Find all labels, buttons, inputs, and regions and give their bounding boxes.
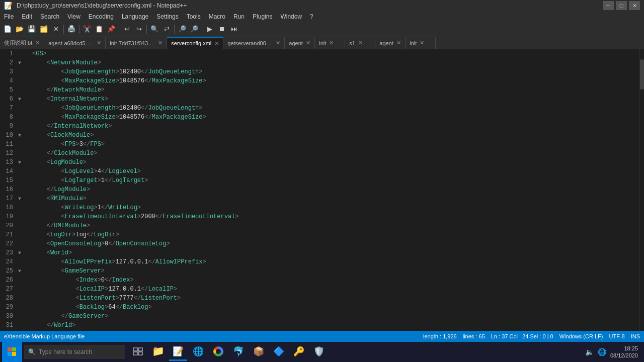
tab-close-icon[interactable]: ✕ — [396, 40, 401, 46]
fold-marker — [16, 49, 23, 58]
cut-button[interactable]: ✂️ — [82, 24, 93, 35]
tab-close-icon[interactable]: ✕ — [306, 40, 310, 46]
tab-shuoming[interactable]: 使用说明 bt ✕ — [0, 37, 44, 49]
line-number: 24 — [0, 257, 16, 266]
fold-marker — [16, 167, 23, 176]
browser-icon[interactable]: 🌐 — [189, 343, 207, 361]
paste-button[interactable]: 📌 — [106, 24, 117, 35]
menu-file[interactable]: File — [0, 11, 18, 22]
tab-close-icon[interactable]: ✕ — [420, 40, 424, 46]
menu-encoding[interactable]: Encoding — [85, 11, 118, 22]
tray-clock[interactable]: 18:25 08/12/2020 — [610, 345, 638, 359]
tab-init[interactable]: init-7dd731f043e... ✕ — [106, 37, 167, 49]
close-button2[interactable]: ✕ — [50, 24, 61, 35]
line-number: 17 — [0, 194, 16, 203]
code-editor[interactable]: <GS> <NetworkModule> <JobQueueLength>102… — [30, 49, 639, 331]
line-number: 15 — [0, 176, 16, 185]
menu-help[interactable]: ? — [306, 11, 317, 22]
file-explorer-icon[interactable]: 📁 — [149, 343, 167, 361]
menu-search[interactable]: Search — [36, 11, 63, 22]
taskview-icon — [133, 347, 143, 355]
tab-serverconfig[interactable]: serverconfig.xml ✕ — [167, 37, 223, 49]
scrollbar-thumb[interactable] — [640, 59, 644, 89]
tab-agent2[interactable]: agent ✕ — [285, 37, 315, 49]
code-line: </NetworkModule> — [30, 85, 639, 95]
line-number: 21 — [0, 230, 16, 239]
zoom-out-button[interactable]: 🔎 — [189, 24, 200, 35]
menu-window[interactable]: Window — [276, 11, 306, 22]
fold-marker — [16, 212, 23, 221]
gutter-row: 1 — [0, 49, 30, 58]
copy-button[interactable]: 📋 — [94, 24, 105, 35]
taskbar-search-box[interactable]: 🔍 Type here to search — [24, 345, 125, 359]
close-button[interactable]: ✕ — [629, 1, 640, 10]
tab-getserver[interactable]: getserverand003.php ✕ — [223, 37, 285, 49]
tab-agent3[interactable]: agent ✕ — [375, 37, 406, 49]
tab-close-icon[interactable]: ✕ — [276, 40, 280, 46]
minimize-button[interactable]: ─ — [603, 1, 614, 10]
line-number: 6 — [0, 95, 16, 104]
tab-close-icon[interactable]: ✕ — [35, 40, 40, 46]
menu-view[interactable]: View — [63, 11, 85, 22]
taskbar-app-5[interactable]: 🐬 — [229, 343, 248, 361]
taskbar: 🔍 Type here to search 📁 📝 🌐 🐬 📦 🔷 🔑 🛡️ 🔈… — [0, 342, 644, 362]
menu-macro[interactable]: Macro — [205, 11, 229, 22]
replace-button[interactable]: ⇄ — [161, 24, 172, 35]
new-button[interactable]: 📄 — [2, 24, 13, 35]
fold-marker — [16, 176, 23, 185]
menu-settings[interactable]: Settings — [152, 11, 182, 22]
taskbar-app-7[interactable]: 🔷 — [270, 343, 288, 361]
save-button[interactable]: 💾 — [26, 24, 37, 35]
vertical-scrollbar[interactable] — [639, 49, 644, 331]
menu-edit[interactable]: Edit — [18, 11, 36, 22]
taskbar-app-8[interactable]: 🔑 — [290, 343, 308, 361]
fold-marker[interactable]: ▼ — [16, 266, 23, 276]
maximize-button[interactable]: □ — [616, 1, 627, 10]
undo-button[interactable]: ↩ — [121, 24, 132, 35]
gutter-row: 14 — [0, 167, 30, 176]
chrome-icon[interactable] — [209, 343, 227, 361]
fold-marker[interactable]: ▼ — [16, 194, 23, 203]
tab-agent1[interactable]: agent-a68dcd5d9e... ✕ — [44, 37, 106, 49]
gutter-row: 22 — [0, 239, 30, 248]
tab-close-icon[interactable]: ✕ — [214, 40, 219, 47]
fold-marker[interactable]: ▼ — [16, 158, 23, 167]
open-button[interactable]: 📂 — [14, 24, 25, 35]
notepad-icon[interactable]: 📝 — [169, 343, 187, 361]
start-button[interactable] — [2, 342, 22, 362]
gutter: 12▼3456▼78910▼111213▼14151617▼1819202122… — [0, 49, 30, 331]
redo-button[interactable]: ↪ — [133, 24, 144, 35]
menu-language[interactable]: Language — [118, 11, 152, 22]
run-button[interactable]: ▶ — [204, 24, 215, 35]
tab-close-icon[interactable]: ✕ — [158, 40, 163, 46]
taskbar-app-6[interactable]: 📦 — [250, 343, 268, 361]
tab-close-icon[interactable]: ✕ — [358, 40, 363, 46]
menu-plugins[interactable]: Plugins — [249, 11, 276, 22]
save-all-button[interactable]: 🗂️ — [38, 24, 49, 35]
editor-area[interactable]: 12▼3456▼78910▼111213▼14151617▼1819202122… — [0, 49, 644, 331]
tab-label: getserverand003.php — [227, 40, 273, 46]
fold-marker[interactable]: ▼ — [16, 131, 23, 140]
find-button[interactable]: 🔍 — [149, 24, 160, 35]
tab-close-icon[interactable]: ✕ — [97, 40, 101, 46]
taskview-button[interactable] — [129, 343, 147, 361]
tab-close-icon[interactable]: ✕ — [329, 40, 334, 46]
tab-init3[interactable]: init ✕ — [406, 37, 436, 49]
step-button[interactable]: ⏭ — [228, 24, 239, 35]
menu-run[interactable]: Run — [229, 11, 249, 22]
svg-rect-6 — [133, 352, 137, 355]
fold-marker[interactable]: ▼ — [16, 58, 23, 67]
fold-marker — [16, 221, 23, 230]
tab-s1[interactable]: s1 ✕ — [345, 37, 375, 49]
svg-rect-5 — [138, 348, 142, 351]
menu-tools[interactable]: Tools — [183, 11, 205, 22]
fold-marker[interactable]: ▼ — [16, 248, 23, 257]
window-controls[interactable]: ─ □ ✕ — [603, 1, 640, 10]
fold-marker[interactable]: ▼ — [16, 95, 23, 104]
taskbar-app-9[interactable]: 🛡️ — [310, 343, 328, 361]
zoom-in-button[interactable]: 🔎 — [177, 24, 188, 35]
tab-init2[interactable]: init ✕ — [315, 37, 345, 49]
print-button[interactable]: 🖨️ — [66, 24, 77, 35]
code-line: <MaxPackageSize>1048576</MaxPackageSize> — [30, 113, 639, 122]
stop-button[interactable]: ⏹ — [216, 24, 227, 35]
